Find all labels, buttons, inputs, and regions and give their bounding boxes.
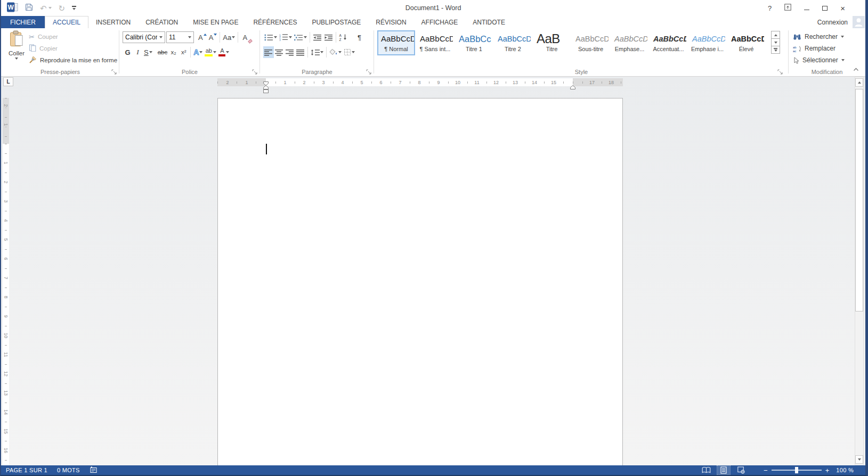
tab-stop-selector[interactable]: L [3, 77, 13, 86]
styles-group-label: Style [374, 69, 789, 75]
strikethrough-button[interactable]: abc [157, 46, 169, 58]
close-button[interactable]: × [840, 4, 845, 13]
page-count[interactable]: PAGE 1 SUR 1 [6, 467, 47, 473]
account-area[interactable]: Connexion [817, 16, 865, 28]
clear-formatting-button[interactable]: A [240, 31, 250, 43]
find-button[interactable]: Rechercher [793, 31, 844, 43]
scroll-down-button[interactable] [855, 455, 863, 464]
ribbon-tab[interactable]: ANTIDOTE [465, 16, 513, 28]
replace-button[interactable]: ab ac Remplacer [793, 43, 835, 54]
document-page[interactable] [217, 98, 623, 465]
vertical-scrollbar[interactable] [855, 77, 864, 465]
bold-button[interactable]: G [123, 46, 133, 58]
style-item[interactable]: AaBbCcDc Élevé [727, 30, 765, 55]
style-item[interactable]: AaB Titre [533, 30, 571, 55]
ribbon-tab[interactable]: ACCUEIL [45, 16, 88, 28]
line-spacing-button[interactable] [310, 46, 325, 58]
superscript-button[interactable]: x² [179, 46, 189, 58]
decrease-indent-button[interactable] [312, 31, 323, 43]
sign-in-label[interactable]: Connexion [817, 19, 848, 26]
style-item[interactable]: AaBbCcD Sous-titre [572, 30, 610, 55]
help-button[interactable]: ? [768, 5, 772, 12]
styles-gallery-more-button[interactable] [771, 46, 780, 54]
multilevel-list-button[interactable] [293, 31, 308, 43]
show-formatting-marks-button[interactable]: ¶ [354, 31, 364, 43]
copy-button[interactable]: Copier [29, 43, 117, 54]
style-item[interactable]: AaBbCcDc Emphase... [611, 30, 648, 55]
ribbon-tab[interactable]: AFFICHAGE [414, 16, 466, 28]
styles-dialog-launcher[interactable] [777, 68, 783, 73]
zoom-out-button[interactable]: − [764, 467, 768, 474]
borders-button[interactable] [343, 46, 356, 58]
highlight-color-button[interactable]: ab [204, 46, 217, 58]
shrink-font-button[interactable]: A [208, 31, 218, 43]
scroll-up-button[interactable] [855, 78, 863, 87]
avatar[interactable] [853, 16, 865, 28]
zoom-level[interactable]: 100 % [836, 467, 854, 473]
left-indent-marker[interactable] [263, 86, 269, 96]
bullets-button[interactable] [263, 31, 278, 43]
horizontal-ruler[interactable]: 21 123456789101112131415 1718 [217, 78, 623, 86]
zoom-in-button[interactable]: + [825, 467, 830, 474]
ribbon-display-options-button[interactable] [784, 3, 791, 13]
grow-font-button[interactable]: A [197, 31, 208, 43]
numbering-button[interactable]: 1 2 3 [278, 31, 293, 43]
maximize-button[interactable] [822, 6, 828, 11]
ribbon-tab[interactable]: PUBLIPOSTAGE [304, 16, 368, 28]
text-effects-button[interactable]: A [192, 46, 204, 58]
word-logo-icon[interactable]: W [7, 2, 18, 14]
proofing-check-button[interactable] [90, 466, 98, 474]
collapse-ribbon-button[interactable] [853, 64, 859, 73]
italic-button[interactable]: I [133, 46, 143, 58]
styles-scroll-down-button[interactable] [771, 38, 780, 46]
print-layout-button[interactable] [717, 466, 730, 474]
shading-button[interactable] [328, 46, 343, 58]
cut-button[interactable]: ✂ Couper [29, 31, 117, 43]
read-mode-button[interactable] [700, 466, 712, 474]
align-right-button[interactable] [285, 46, 295, 58]
style-item[interactable]: AaBbCc Titre 1 [455, 30, 493, 55]
right-indent-marker[interactable] [570, 82, 575, 92]
scrollbar-thumb[interactable] [855, 89, 863, 311]
save-icon[interactable] [25, 3, 33, 13]
increase-indent-button[interactable] [323, 31, 334, 43]
undo-button[interactable]: ↶ [40, 4, 52, 12]
ribbon-tab[interactable]: FICHIER [1, 16, 45, 28]
paragraph-dialog-launcher[interactable] [366, 68, 372, 73]
ribbon-tab[interactable]: MISE EN PAGE [185, 16, 246, 28]
font-name-combobox[interactable]: Calibri (Corp [123, 31, 165, 43]
style-item[interactable]: AaBbCcDc ¶ Normal [377, 30, 415, 55]
ribbon-tab[interactable]: CRÉATION [138, 16, 185, 28]
font-size-combobox[interactable]: 11 [166, 31, 194, 43]
style-item[interactable]: AaBbCcD Titre 2 [494, 30, 532, 55]
align-center-button[interactable] [274, 46, 285, 58]
ribbon-tab[interactable]: RÉFÉRENCES [246, 16, 304, 28]
font-dialog-launcher[interactable] [252, 68, 258, 73]
select-button[interactable]: Sélectionner [793, 54, 845, 66]
underline-button[interactable]: S [143, 46, 153, 58]
word-count[interactable]: 0 MOTS [57, 467, 80, 473]
subscript-button[interactable]: x₂ [168, 46, 179, 58]
sort-button[interactable]: A Z [338, 31, 348, 43]
align-left-button[interactable] [263, 46, 274, 58]
ribbon-tab[interactable]: INSERTION [88, 16, 138, 28]
ribbon-tab[interactable]: RÉVISION [368, 16, 413, 28]
format-painter-button[interactable]: Reproduire la mise en forme [29, 54, 117, 66]
style-item[interactable]: AaBbCcDc Emphase i... [688, 30, 726, 55]
styles-scroll-up-button[interactable] [771, 31, 780, 39]
change-case-button[interactable]: Aa [222, 31, 236, 43]
redo-button[interactable]: ↻ [59, 4, 66, 12]
style-item[interactable]: AaBbCcDc ¶ Sans int... [416, 30, 454, 55]
paste-button[interactable]: Coller [5, 30, 28, 71]
zoom-slider[interactable] [772, 470, 822, 471]
zoom-slider-thumb[interactable] [795, 467, 798, 473]
font-color-button[interactable]: A [217, 46, 230, 58]
clipboard-dialog-launcher[interactable] [111, 68, 117, 73]
customize-quick-access-button[interactable] [72, 6, 76, 10]
style-item[interactable]: AaBbCcDc Accentuat... [650, 30, 687, 55]
vertical-ruler[interactable]: 21 12345678910111213141516 [3, 98, 9, 465]
minimize-button[interactable] [804, 10, 809, 10]
style-label: Titre 2 [495, 46, 531, 52]
web-layout-button[interactable] [735, 466, 748, 474]
justify-button[interactable] [295, 46, 306, 58]
